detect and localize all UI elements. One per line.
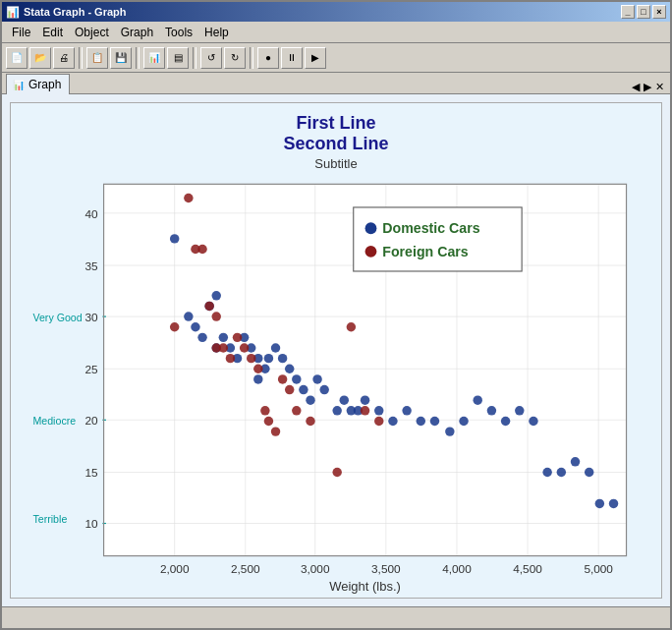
svg-point-101 (247, 354, 255, 363)
svg-point-41 (365, 246, 377, 258)
svg-point-96 (212, 312, 221, 320)
minimize-button[interactable]: _ (621, 5, 635, 19)
svg-point-84 (542, 468, 551, 477)
save-button[interactable]: 💾 (110, 47, 132, 69)
window-controls: _ □ × (621, 5, 666, 19)
svg-point-58 (264, 354, 273, 363)
svg-point-76 (430, 417, 439, 426)
graph-title-line2: Second Line (283, 134, 388, 154)
svg-point-80 (487, 406, 496, 415)
svg-text:35: 35 (85, 259, 99, 273)
tab-next-button[interactable]: ▶ (642, 81, 653, 93)
svg-point-88 (595, 499, 604, 508)
redo-button[interactable]: ↻ (224, 47, 246, 69)
svg-text:2,000: 2,000 (160, 562, 190, 576)
undo-button[interactable]: ↺ (200, 47, 222, 69)
svg-text:Very Good: Very Good (32, 312, 82, 323)
tab-graph[interactable]: 📊 Graph (6, 74, 70, 94)
svg-point-60 (278, 354, 287, 363)
svg-point-105 (271, 427, 280, 435)
menu-tools[interactable]: Tools (159, 24, 198, 41)
graph-panel: First Line Second Line Subtitle (10, 102, 662, 599)
svg-rect-38 (354, 207, 522, 271)
svg-point-113 (374, 417, 383, 426)
svg-point-50 (219, 333, 228, 342)
svg-point-97 (219, 343, 228, 352)
graph-title-line1: First Line (283, 113, 388, 134)
svg-point-86 (571, 457, 580, 466)
title-bar: 📊 Stata Graph - Graph _ □ × (2, 2, 670, 22)
tab-graph-icon: 📊 (13, 80, 25, 90)
svg-point-71 (361, 395, 369, 404)
separator-4 (250, 47, 253, 69)
svg-point-83 (529, 417, 537, 426)
svg-point-81 (501, 417, 510, 426)
svg-point-79 (473, 395, 481, 404)
record-button[interactable]: ● (257, 47, 279, 69)
svg-point-46 (197, 333, 206, 342)
tab-close-button[interactable]: ✕ (653, 81, 666, 93)
tool-btn-3[interactable]: ▤ (167, 47, 189, 69)
svg-point-44 (184, 312, 193, 320)
svg-point-59 (271, 343, 280, 352)
menu-help[interactable]: Help (198, 24, 235, 41)
chart-button[interactable]: 📊 (143, 47, 165, 69)
svg-point-106 (278, 374, 287, 383)
menu-file[interactable]: File (6, 24, 36, 41)
svg-point-102 (253, 365, 262, 373)
svg-point-77 (445, 427, 454, 435)
svg-point-72 (374, 406, 383, 415)
svg-text:25: 25 (85, 363, 99, 376)
svg-text:2,500: 2,500 (231, 562, 260, 576)
svg-point-67 (332, 406, 341, 415)
svg-point-66 (319, 385, 328, 394)
svg-text:5,000: 5,000 (584, 562, 613, 576)
window-icon: 📊 (6, 5, 20, 19)
svg-point-74 (402, 406, 411, 415)
separator-3 (193, 47, 196, 69)
svg-point-108 (292, 406, 301, 415)
status-bar (2, 606, 670, 628)
svg-point-63 (299, 385, 308, 394)
svg-text:3,500: 3,500 (371, 562, 401, 576)
svg-point-82 (515, 406, 524, 415)
play-button[interactable]: ▶ (305, 47, 326, 69)
svg-point-68 (340, 395, 349, 404)
separator-2 (136, 47, 140, 69)
tab-prev-button[interactable]: ◀ (630, 81, 642, 93)
svg-text:4,500: 4,500 (513, 562, 542, 576)
menu-bar: File Edit Object Graph Tools Help (2, 22, 670, 43)
svg-point-109 (306, 417, 314, 426)
menu-object[interactable]: Object (69, 24, 115, 41)
maximize-button[interactable]: □ (637, 5, 650, 19)
svg-point-85 (557, 468, 566, 477)
svg-point-90 (170, 322, 179, 331)
svg-text:10: 10 (85, 517, 99, 531)
pause-button[interactable]: ⏸ (281, 47, 303, 69)
graph-subtitle: Subtitle (283, 156, 388, 171)
svg-text:20: 20 (85, 414, 99, 428)
svg-text:Weight (lbs.): Weight (lbs.) (329, 579, 401, 594)
note-area: Note Caption (11, 603, 661, 606)
copy-button[interactable]: 📋 (86, 47, 108, 69)
svg-point-39 (365, 222, 377, 234)
print-button[interactable]: 🖨 (53, 47, 75, 69)
svg-point-104 (264, 417, 273, 426)
new-button[interactable]: 📄 (6, 47, 28, 69)
svg-point-48 (212, 291, 221, 300)
svg-point-45 (191, 322, 199, 331)
open-button[interactable]: 📂 (29, 47, 51, 69)
svg-text:3,000: 3,000 (301, 562, 330, 576)
close-button[interactable]: × (652, 5, 666, 19)
svg-text:4,000: 4,000 (442, 562, 472, 576)
svg-point-91 (184, 194, 193, 202)
svg-point-100 (240, 343, 249, 352)
menu-edit[interactable]: Edit (36, 24, 69, 41)
graph-area: First Line Second Line Subtitle (2, 94, 670, 606)
svg-point-107 (285, 385, 294, 394)
menu-graph[interactable]: Graph (115, 24, 159, 41)
svg-text:Foreign Cars: Foreign Cars (382, 244, 469, 259)
tab-bar: 📊 Graph ◀ ▶ ✕ (2, 73, 670, 94)
svg-point-110 (332, 468, 341, 477)
svg-point-89 (609, 499, 618, 508)
